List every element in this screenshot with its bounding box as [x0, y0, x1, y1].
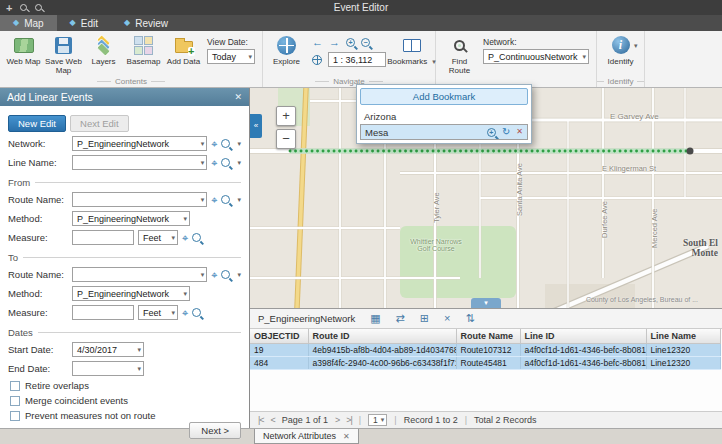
- zoom-in-tool-icon[interactable]: +: [346, 38, 355, 47]
- caret-down-icon: ▾: [631, 42, 638, 51]
- table-row[interactable]: 484 a398f4fc-2940-4c00-96b6-c63438f1f711…: [250, 356, 720, 369]
- find-route-button[interactable]: Find Route: [441, 34, 478, 75]
- pick-measure-icon[interactable]: ⌖: [182, 233, 188, 243]
- explore-button[interactable]: Explore: [268, 34, 305, 67]
- bookmarks-button[interactable]: Bookmarks ▾: [393, 34, 430, 67]
- zoom-out-tool-icon[interactable]: −: [361, 38, 370, 47]
- place-label: South El: [670, 238, 718, 248]
- bookmarks-icon: [403, 39, 421, 52]
- zoom-out-button[interactable]: −: [276, 129, 296, 149]
- zoom-to-measure-icon[interactable]: [192, 233, 201, 242]
- merge-coincident-events-checkbox[interactable]: [10, 396, 20, 406]
- close-icon[interactable]: ✕: [343, 432, 350, 441]
- add-data-icon: [175, 41, 193, 53]
- zoom-in-icon[interactable]: [35, 4, 42, 11]
- first-page-button[interactable]: |<: [258, 415, 264, 425]
- column-header[interactable]: Route ID: [308, 329, 456, 343]
- street-label: Durfee Ave: [600, 201, 609, 238]
- to-measure-input[interactable]: [72, 305, 134, 320]
- zoom-menu-icon[interactable]: [221, 270, 230, 279]
- map-scale-input[interactable]: 1 : 36,112: [328, 52, 386, 67]
- next-page-button[interactable]: >: [335, 415, 339, 425]
- identify-button[interactable]: i ▾ Identify: [602, 34, 639, 67]
- previous-page-button[interactable]: <: [271, 415, 275, 425]
- next-edit-button[interactable]: Next Edit: [70, 115, 129, 132]
- zoom-to-selection-icon[interactable]: ⊞: [420, 313, 429, 324]
- add-data-button[interactable]: Add Data: [165, 34, 202, 67]
- caret-down-icon: ▾: [168, 309, 175, 317]
- tab-map[interactable]: ◆ Map: [0, 15, 57, 31]
- ribbon-group-identify: i ▾ Identify Identify: [597, 31, 645, 87]
- prevent-measures-checkbox[interactable]: [10, 411, 20, 421]
- page-select[interactable]: 1 ▾: [368, 414, 387, 426]
- previous-extent-icon[interactable]: ←: [312, 37, 323, 48]
- zoom-to-icon[interactable]: +: [487, 128, 496, 137]
- add-icon[interactable]: +: [6, 3, 12, 13]
- view-date-select[interactable]: Today ▾: [207, 49, 255, 64]
- to-method-select[interactable]: P_EngineeringNetwork ▾: [72, 286, 190, 301]
- column-header[interactable]: Line Name: [646, 329, 720, 343]
- basemap-button[interactable]: Basemap: [125, 34, 162, 67]
- layers-button[interactable]: Layers: [85, 34, 122, 67]
- scale-globe-icon: [312, 55, 322, 65]
- close-icon[interactable]: ✕: [516, 128, 523, 136]
- web-map-button[interactable]: Web Map: [5, 34, 42, 67]
- end-date-input[interactable]: ▾: [72, 361, 144, 376]
- network-select[interactable]: P_EngineeringNetwork ▾: [72, 136, 207, 151]
- network-select[interactable]: P_ContinuousNetwork ▾: [483, 49, 589, 64]
- column-header[interactable]: OBJECTID: [250, 329, 308, 343]
- collapse-panel-button[interactable]: «: [250, 114, 262, 138]
- sort-icon[interactable]: ⇅: [465, 313, 474, 324]
- from-route-name-select[interactable]: ▾: [72, 192, 207, 207]
- pick-measure-icon[interactable]: ⌖: [182, 308, 188, 318]
- zoom-to-measure-icon[interactable]: [192, 308, 201, 317]
- retire-overlaps-checkbox[interactable]: [10, 381, 20, 391]
- from-method-select[interactable]: P_EngineeringNetwork ▾: [72, 211, 190, 226]
- next-extent-icon[interactable]: →: [329, 37, 340, 48]
- zoom-in-button[interactable]: +: [276, 106, 296, 126]
- zoom-menu-icon[interactable]: [221, 139, 230, 148]
- page-text: Page 1 of 1: [282, 415, 328, 425]
- bookmark-item-mesa[interactable]: Mesa + ↻ ✕: [360, 124, 528, 140]
- column-header[interactable]: Line ID: [520, 329, 646, 343]
- checkbox-row: Merge coincident events: [10, 395, 241, 406]
- from-measure-input[interactable]: [72, 230, 134, 245]
- line-name-select[interactable]: ▾: [72, 155, 207, 170]
- next-button[interactable]: Next >: [189, 422, 241, 439]
- select-on-map-icon[interactable]: ⌖: [211, 270, 217, 280]
- selection-options-icon[interactable]: ▦: [370, 313, 380, 324]
- to-route-name-select[interactable]: ▾: [72, 267, 207, 282]
- select-on-map-icon[interactable]: ⌖: [211, 158, 217, 168]
- zoom-out-icon[interactable]: [20, 4, 27, 11]
- tab-edit[interactable]: ◆ Edit: [57, 15, 111, 31]
- network-label: Network:: [483, 37, 589, 47]
- collapse-table-button[interactable]: ▾: [471, 298, 501, 308]
- find-route-icon: [454, 40, 465, 51]
- caret-down-icon: ▾: [198, 271, 205, 279]
- tab-review[interactable]: ◆ Review: [111, 15, 181, 31]
- ribbon: Web Map Save Web Map Layers Basemap Add …: [0, 31, 722, 88]
- column-header[interactable]: Route Name: [456, 329, 520, 343]
- street-label: E Garvey Ave: [610, 112, 659, 121]
- tab-network-attributes[interactable]: Network Attributes ✕: [254, 429, 359, 444]
- table-row[interactable]: 19 4eb9415b-af8b-4d04-ab89-1d403476832b …: [250, 343, 720, 356]
- save-web-map-button[interactable]: Save Web Map: [45, 34, 82, 75]
- add-bookmark-button[interactable]: Add Bookmark: [360, 88, 528, 105]
- from-measure-unit-select[interactable]: Feet ▾: [138, 230, 178, 245]
- start-date-input[interactable]: 4/30/2017 ▾: [72, 342, 144, 357]
- ribbon-group-navigate: Explore ← → + − 1 : 36,112: [263, 31, 436, 87]
- zoom-menu-icon[interactable]: [221, 195, 230, 204]
- select-on-map-icon[interactable]: ⌖: [211, 195, 217, 205]
- last-page-button[interactable]: >|: [346, 415, 352, 425]
- bookmark-item-arizona[interactable]: Arizona: [360, 108, 528, 124]
- caret-down-icon: ▾: [180, 215, 187, 223]
- refresh-icon[interactable]: ↻: [502, 127, 510, 137]
- new-edit-button[interactable]: New Edit: [8, 115, 66, 132]
- switch-selection-icon[interactable]: ⇄: [396, 313, 405, 324]
- layers-icon: [93, 35, 115, 55]
- to-measure-unit-select[interactable]: Feet ▾: [138, 305, 178, 320]
- close-icon[interactable]: ✕: [234, 92, 242, 102]
- clear-selection-icon[interactable]: ×: [444, 313, 450, 324]
- zoom-menu-icon[interactable]: [221, 158, 230, 167]
- select-on-map-icon[interactable]: ⌖: [211, 139, 217, 149]
